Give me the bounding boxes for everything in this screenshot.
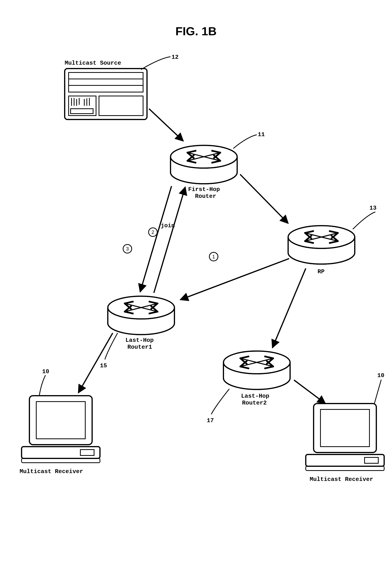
lasthop1-label2: Router1 — [127, 344, 152, 350]
svg-rect-25 — [22, 458, 100, 463]
step1-label: 1 — [212, 254, 215, 260]
svg-line-38 — [140, 186, 171, 292]
step3-label: 3 — [126, 246, 129, 252]
last-hop-router2: Last-Hop Router2 17 — [207, 351, 290, 424]
lasthop2-ref: 17 — [207, 417, 214, 424]
svg-line-33 — [240, 174, 288, 223]
rp-router: RP 13 — [288, 205, 377, 275]
step2-label: 2 — [152, 229, 154, 235]
firsthop-label1: First-Hop — [188, 186, 220, 193]
recv2-label: Multicast Receiver — [310, 476, 373, 483]
svg-line-41 — [294, 380, 325, 404]
join-label: join — [161, 222, 175, 229]
lasthop2-label1: Last-Hop — [241, 393, 269, 399]
svg-rect-22 — [29, 396, 92, 445]
recv2-ref: 10 — [377, 372, 384, 379]
lasthop2-label2: Router2 — [242, 400, 267, 406]
firsthop-label2: Router — [195, 193, 216, 200]
svg-line-42 — [78, 333, 113, 393]
multicast-receiver-left: Multicast Receiver 10 — [20, 368, 100, 475]
multicast-source: Multicast Source 12 — [65, 54, 179, 119]
rp-ref: 13 — [369, 205, 377, 211]
svg-rect-0 — [65, 69, 147, 119]
source-label: Multicast Source — [65, 60, 121, 66]
svg-rect-30 — [306, 466, 384, 471]
last-hop-router1: Last-Hop Router1 15 — [100, 296, 174, 369]
firsthop-ref: 11 — [258, 131, 265, 138]
svg-line-36 — [154, 187, 185, 293]
svg-rect-27 — [314, 404, 376, 452]
svg-rect-29 — [306, 454, 384, 466]
lasthop1-ref: 15 — [100, 362, 107, 369]
svg-line-34 — [180, 259, 289, 300]
recv1-ref: 10 — [42, 368, 49, 375]
svg-line-40 — [273, 268, 306, 348]
multicast-receiver-right: Multicast Receiver 10 — [306, 372, 384, 483]
svg-rect-24 — [22, 447, 100, 458]
rp-label: RP — [317, 268, 325, 275]
source-ref: 12 — [171, 54, 179, 61]
lasthop1-label1: Last-Hop — [125, 337, 154, 344]
svg-line-32 — [149, 109, 183, 141]
recv1-label: Multicast Receiver — [20, 468, 83, 475]
figure-title: FIG. 1B — [175, 25, 217, 38]
